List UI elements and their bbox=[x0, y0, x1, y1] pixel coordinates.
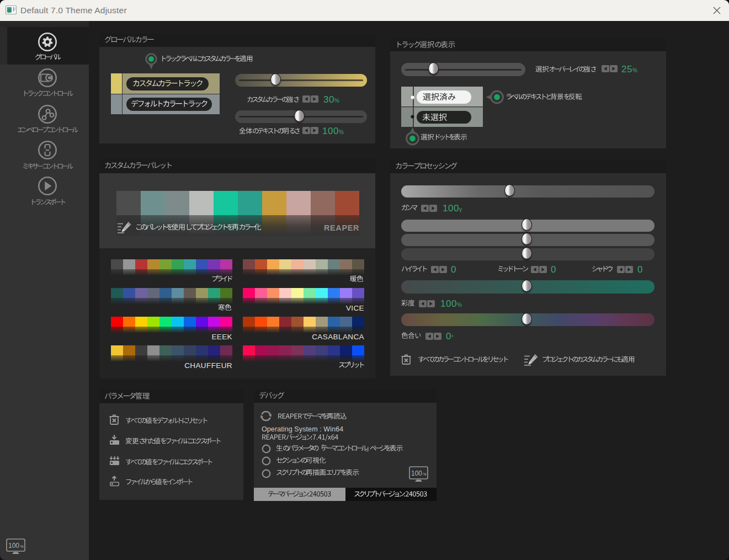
svg-text:100: 100 bbox=[8, 542, 19, 550]
svg-text:100: 100 bbox=[411, 470, 422, 477]
svg-text:%: % bbox=[20, 545, 24, 548]
svg-text:%: % bbox=[423, 472, 427, 476]
